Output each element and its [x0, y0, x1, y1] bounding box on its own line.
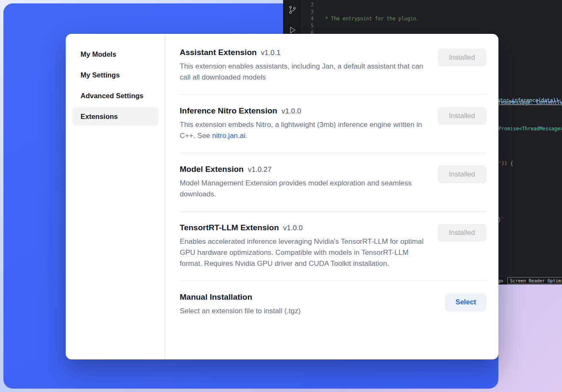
- nitro-jan-ai-link[interactable]: nitro.jan.ai: [212, 132, 245, 140]
- settings-modal: My Models My Settings Advanced Settings …: [66, 34, 498, 359]
- extension-title-line: Inference Nitro Extensionv1.0.0: [180, 106, 428, 116]
- settings-sidebar: My Models My Settings Advanced Settings …: [66, 34, 165, 359]
- extension-title-line: TensortRT-LLM Extensionv1.0.0: [180, 223, 428, 232]
- extensions-list: Assistant Extensionv1.0.1 This extension…: [165, 34, 498, 359]
- line-number: 2: [302, 1, 314, 8]
- installed-button[interactable]: Installed: [438, 166, 486, 183]
- extension-version: v1.0.27: [248, 166, 272, 174]
- extension-row-assistant: Assistant Extensionv1.0.1 This extension…: [180, 36, 486, 94]
- extension-name: Inference Nitro Extension: [180, 106, 277, 115]
- extension-title-line: Assistant Extensionv1.0.1: [180, 48, 428, 57]
- manual-installation-title: Manual Installation: [180, 293, 252, 301]
- extension-version: v1.0.1: [261, 49, 281, 57]
- source-control-icon[interactable]: [288, 5, 297, 14]
- installed-button[interactable]: Installed: [438, 107, 486, 124]
- extension-description: Enables accelerated inference leveraging…: [180, 236, 428, 269]
- line-number: 3: [302, 8, 314, 16]
- extension-row-nitro: Inference Nitro Extensionv1.0.0 This ext…: [180, 94, 486, 153]
- select-file-button[interactable]: Select: [445, 293, 486, 311]
- code-fragment: ')) {: [498, 160, 513, 166]
- extension-description: Model Management Extension provides mode…: [180, 178, 428, 200]
- code-fragment: Promise<ThreadMessage>: [498, 126, 562, 132]
- extension-description: This extension embeds Nitro, a lightweig…: [180, 119, 428, 141]
- extension-description: This extension enables assistants, inclu…: [180, 61, 428, 83]
- extension-version: v1.0.0: [281, 107, 301, 115]
- description-text: .: [245, 132, 248, 140]
- screen-reader-badge[interactable]: Screen Reader Optimized: [507, 277, 562, 284]
- installed-button[interactable]: Installed: [438, 224, 486, 241]
- line-number: 4: [302, 15, 314, 22]
- extension-title-line: Manual Installation: [180, 293, 428, 302]
- extension-name: TensortRT-LLM Extension: [180, 223, 279, 232]
- sidebar-item-my-models[interactable]: My Models: [72, 45, 159, 63]
- extension-title-line: Model Extensionv1.0.27: [180, 165, 428, 174]
- sidebar-item-my-settings[interactable]: My Settings: [72, 66, 159, 84]
- manual-installation-description: Select an extension file to install (.tg…: [180, 306, 428, 317]
- extension-version: v1.0.0: [283, 224, 303, 232]
- extension-name: Assistant Extension: [180, 48, 257, 57]
- extension-row-tensorrt: TensortRT-LLM Extensionv1.0.0 Enables ac…: [180, 211, 486, 281]
- line-number: 5: [302, 22, 314, 30]
- code-fragment: rator.inference(data));: [494, 97, 562, 103]
- run-debug-icon[interactable]: [288, 25, 297, 35]
- extension-row-model: Model Extensionv1.0.27 Model Management …: [180, 153, 486, 211]
- manual-installation-row: Manual Installation Select an extension …: [180, 281, 486, 328]
- line-number-gutter: 2 3 4 5 6: [302, 1, 314, 36]
- installed-button[interactable]: Installed: [438, 49, 486, 66]
- extension-name: Model Extension: [180, 165, 244, 174]
- sidebar-item-extensions[interactable]: Extensions: [72, 107, 159, 126]
- code-line: * The entrypoint for the plugin.: [322, 15, 562, 22]
- sidebar-item-advanced-settings[interactable]: Advanced Settings: [72, 86, 159, 105]
